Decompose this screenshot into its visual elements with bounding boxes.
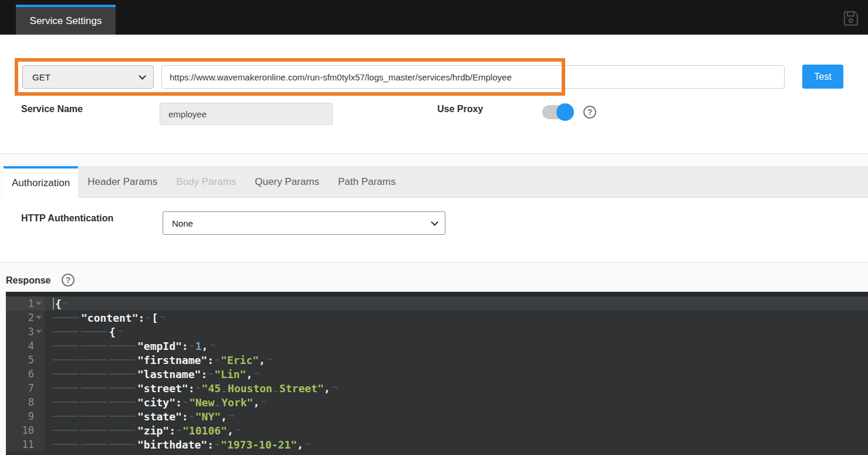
- code-token: "empId": [137, 340, 182, 352]
- test-button[interactable]: Test: [802, 65, 843, 89]
- tab-whitespace-marker: [81, 331, 107, 332]
- use-proxy-toggle[interactable]: [542, 105, 573, 119]
- code-token: ,: [259, 354, 265, 366]
- response-editor[interactable]: 1{¬2"content":[¬3{¬4"empId":1,¬5"firstna…: [6, 292, 868, 455]
- editor-line-content: "content":[¬: [45, 311, 165, 325]
- tab-path-params[interactable]: Path Params: [329, 166, 405, 197]
- eol-marker: ¬: [261, 397, 266, 407]
- http-authentication-label: HTTP Authentication: [21, 213, 113, 224]
- chevron-down-icon: [139, 72, 146, 80]
- line-number: 4: [28, 340, 34, 352]
- code-token: "1973-10-21": [221, 439, 297, 451]
- code-token: "zip": [137, 424, 169, 437]
- tab-whitespace-marker: [109, 345, 135, 346]
- toggle-knob: [556, 103, 574, 121]
- eol-marker: ¬: [117, 326, 123, 337]
- method-select[interactable]: GET: [22, 65, 154, 89]
- tab-whitespace-marker: [109, 373, 135, 375]
- tab-whitespace-marker: [109, 402, 135, 403]
- tab-whitespace-marker: [81, 387, 107, 389]
- editor-gutter-cell: 10: [6, 423, 45, 437]
- authorization-panel: HTTP Authentication None: [0, 198, 868, 262]
- line-number: 5: [28, 354, 34, 366]
- fold-caret-icon[interactable]: [36, 316, 42, 319]
- editor-gutter-cell: 2: [6, 311, 45, 325]
- request-panel: GET Test Service Name Use Proxy ?: [0, 35, 868, 154]
- editor-line-content: "state":"NY",¬: [45, 409, 234, 423]
- editor-line: 4"empId":1,¬: [6, 339, 868, 353]
- editor-line: 6"lastname":"Lin",¬: [6, 367, 868, 381]
- response-help-icon[interactable]: ?: [62, 274, 75, 287]
- use-proxy-help-icon[interactable]: ?: [583, 106, 596, 119]
- whitespace-marker: [197, 387, 200, 389]
- code-token: :: [201, 368, 207, 380]
- chevron-down-icon: [431, 218, 438, 226]
- response-header: Response ?: [0, 262, 868, 292]
- editor-gutter-cell: 5: [6, 353, 45, 367]
- whitespace-marker: [215, 359, 219, 360]
- fold-caret-icon[interactable]: [36, 302, 42, 305]
- editor-line: 9"state":"NY",¬: [6, 409, 868, 423]
- tab-whitespace-marker: [81, 345, 107, 346]
- code-token: "Lin": [214, 368, 246, 380]
- editor-line: 3{¬: [6, 325, 868, 339]
- tab-whitespace-marker: [109, 387, 135, 389]
- tab-service-settings[interactable]: Service Settings: [16, 5, 116, 35]
- eol-marker: ¬: [305, 439, 310, 450]
- editor-gutter-cell: 6: [6, 367, 45, 381]
- editor-line-content: "firstname":"Eric",¬: [45, 353, 272, 367]
- eol-marker: ¬: [229, 411, 234, 422]
- eol-marker: ¬: [210, 341, 215, 351]
- code-token: ,: [221, 410, 227, 423]
- line-number: 7: [28, 382, 34, 394]
- editor-line-content: "city":"NewYork",¬: [45, 395, 266, 409]
- url-input[interactable]: [161, 65, 785, 89]
- line-number: 8: [28, 396, 34, 408]
- whitespace-marker: [184, 402, 187, 403]
- editor-gutter-cell: 11: [6, 437, 45, 451]
- editor-line-content: {¬: [45, 296, 69, 311]
- tab-service-settings-label: Service Settings: [30, 15, 102, 27]
- code-token: :: [175, 396, 182, 409]
- whitespace-marker: [209, 373, 212, 375]
- tab-whitespace-marker: [53, 430, 79, 431]
- text-cursor: [53, 298, 54, 309]
- tab-whitespace-marker: [81, 430, 107, 431]
- save-button[interactable]: [841, 8, 861, 28]
- editor-line: 5"firstname":"Eric",¬: [6, 353, 868, 367]
- tab-whitespace-marker: [81, 373, 107, 375]
- use-proxy-label: Use Proxy: [437, 104, 483, 114]
- whitespace-marker: [177, 430, 181, 431]
- params-tabbar: Authorization Header Params Body Params …: [4, 166, 868, 198]
- code-token: ,: [297, 439, 303, 451]
- editor-line: 2"content":[¬: [6, 311, 868, 325]
- tab-query-params[interactable]: Query Params: [245, 166, 329, 197]
- code-token: ,: [246, 368, 252, 380]
- line-number: 11: [22, 439, 34, 450]
- tab-header-params[interactable]: Header Params: [78, 166, 167, 197]
- editor-line-content: "empId":1,¬: [45, 339, 215, 353]
- line-number: 2: [28, 312, 34, 323]
- code-token: :: [182, 340, 188, 352]
- code-token: 1: [195, 340, 202, 352]
- editor-top-strip: [6, 292, 868, 296]
- editor-gutter-cell: 1: [6, 296, 45, 311]
- editor-line-content: "lastname":"Lin",¬: [45, 367, 259, 381]
- method-select-value: GET: [32, 72, 50, 82]
- whitespace-marker: [190, 345, 194, 346]
- service-name-label: Service Name: [21, 104, 83, 114]
- eol-marker: ¬: [254, 369, 259, 379]
- http-authentication-select[interactable]: None: [163, 211, 445, 235]
- line-number: 10: [22, 424, 34, 436]
- tab-authorization[interactable]: Authorization: [4, 166, 78, 198]
- fold-caret-icon[interactable]: [36, 330, 42, 333]
- line-number: 9: [28, 410, 34, 422]
- tab-whitespace-marker: [53, 317, 79, 318]
- editor-line: 7"street":"45HoustonStreet",¬: [6, 381, 868, 395]
- eol-marker: ¬: [160, 312, 165, 323]
- eol-marker: ¬: [63, 298, 69, 309]
- code-token: "45HoustonStreet": [202, 382, 324, 395]
- editor-line-content: "street":"45HoustonStreet",¬: [45, 381, 337, 395]
- eol-marker: ¬: [332, 383, 337, 393]
- code-token: "content": [81, 312, 139, 324]
